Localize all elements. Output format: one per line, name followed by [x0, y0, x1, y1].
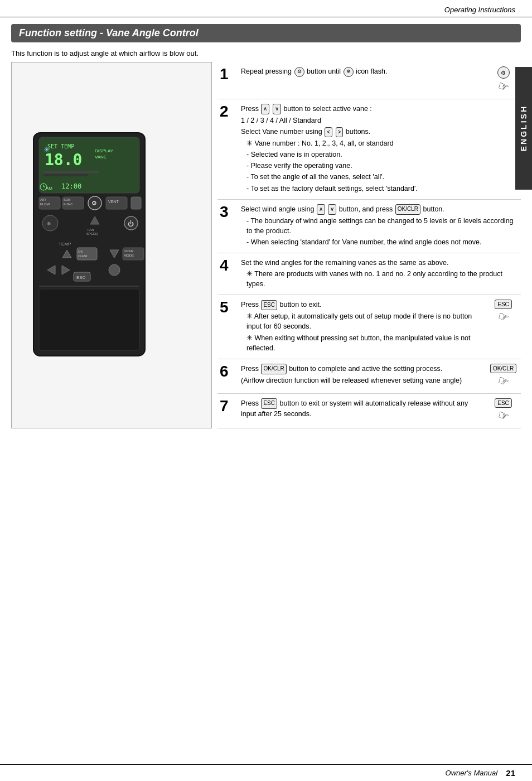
svg-text:SUB: SUB [64, 198, 70, 201]
step-content-1: Repeat pressing ⚙ button until ❄ icon fl… [241, 66, 485, 78]
step-content-3: Select wind angle using ∧ ∨ button, and … [241, 204, 519, 248]
vane-icon: ❄ [344, 67, 354, 77]
esc-icon-7: ESC [261, 398, 277, 409]
step-3: 3 Select wind angle using ∧ ∨ button, an… [217, 200, 521, 253]
svg-text:CLEAR: CLEAR [78, 254, 88, 258]
english-label: ENGLISH [519, 105, 528, 151]
step-content-5: Press ESC button to exit. ✳ After setup,… [241, 300, 485, 354]
step-6: 6 Press OK/CLR button to complete and ac… [217, 359, 521, 394]
svg-text:MODE: MODE [124, 254, 134, 257]
svg-point-43 [109, 264, 120, 276]
svg-text:12:00: 12:00 [61, 182, 81, 190]
svg-text:FLOW: FLOW [40, 203, 50, 206]
svg-text:OK: OK [78, 250, 83, 253]
svg-text:SET TEMP: SET TEMP [47, 143, 74, 150]
english-sidebar: ENGLISH [515, 67, 532, 190]
header: Operating Instructions [0, 0, 532, 17]
svg-text:FUNC: FUNC [64, 203, 73, 206]
step-content-6: Press OK/CLR button to complete and acti… [241, 364, 485, 387]
svg-rect-47 [39, 289, 139, 350]
step-1: 1 Repeat pressing ⚙ button until ❄ icon … [217, 62, 521, 99]
step-number-6: 6 [220, 364, 238, 379]
remote-illustration: SET TEMP 18.0 DISPLAY VANE ✳ 12:00 AM [28, 127, 195, 363]
svg-text:TEMP: TEMP [59, 242, 71, 247]
step-number-5: 5 [220, 300, 238, 315]
func-button-icon: ⚙ [294, 67, 304, 77]
esc-icon-5: ESC [261, 300, 277, 311]
up-arrow-icon: ∧ [261, 104, 269, 114]
footer-right: Owner's Manual 21 [446, 768, 515, 778]
svg-text:SPEED: SPEED [86, 232, 98, 235]
down-arrow-icon: ∨ [273, 104, 281, 114]
esc-icon-large-7: ESC [495, 398, 512, 408]
step-1-icon: ⚙ ☞ [488, 66, 519, 94]
step-number-3: 3 [220, 204, 238, 220]
svg-text:DISPLAY: DISPLAY [95, 148, 114, 153]
step-number-1: 1 [220, 66, 238, 82]
svg-text:18.0: 18.0 [45, 151, 82, 169]
step-content-4: Set the wind angles for the remaining va… [241, 258, 519, 290]
svg-text:VENT: VENT [108, 200, 119, 204]
ok-icon-large-6: OK/CLR [490, 364, 516, 373]
step-number-2: 2 [220, 104, 238, 119]
svg-rect-7 [43, 171, 99, 173]
step-content-7: Press ESC button to exit or system will … [241, 398, 485, 420]
svg-text:⏻: ⏻ [128, 220, 134, 227]
ok-clear-icon-3: OK/CLR [395, 204, 420, 215]
svg-text:AIR: AIR [40, 198, 46, 201]
footer-page: 21 [506, 768, 515, 778]
svg-text:✳: ✳ [43, 145, 50, 154]
title-bar: Function setting - Vane Angle Control [11, 24, 521, 42]
step-5-icon: ESC ☞ [488, 300, 519, 325]
step-content-2: Press ∧ ∨ button to select active vane :… [241, 104, 519, 195]
step-7: 7 Press ESC button to exit or system wil… [217, 394, 521, 428]
subtitle: This function is to adjust angle at whic… [0, 47, 532, 62]
svg-text:⚙: ⚙ [91, 200, 97, 206]
ok-clear-icon-6: OK/CLR [261, 364, 286, 374]
footer: Owner's Manual 21 [0, 764, 532, 781]
up-icon-3: ∧ [317, 204, 325, 215]
step-4: 4 Set the wind angles for the remaining … [217, 253, 521, 295]
footer-label: Owner's Manual [446, 769, 498, 777]
hand-icon-7: ☞ [496, 407, 511, 425]
svg-text:❄: ❄ [47, 221, 51, 226]
step-number-4: 4 [220, 258, 238, 273]
esc-icon-large-5: ESC [495, 300, 512, 309]
instructions-panel: 1 Repeat pressing ⚙ button until ❄ icon … [217, 62, 521, 428]
down-icon-3: ∨ [328, 204, 336, 215]
step-7-icon: ESC ☞ [488, 398, 519, 423]
step-2: 2 Press ∧ ∨ button to select active vane… [217, 99, 521, 200]
svg-rect-8 [43, 174, 88, 176]
right-arrow-icon: > [336, 127, 344, 138]
hand-icon-6: ☞ [496, 373, 511, 390]
page: Operating Instructions Function setting … [0, 0, 532, 781]
main-content: SET TEMP 18.0 DISPLAY VANE ✳ 12:00 AM [0, 62, 532, 428]
left-arrow-icon: < [325, 127, 332, 138]
func-icon-large: ⚙ [497, 66, 510, 79]
page-title: Function setting - Vane Angle Control [19, 27, 513, 39]
svg-text:OPER: OPER [124, 249, 134, 253]
hand-icon-1: ☞ [496, 78, 511, 95]
svg-text:FAN: FAN [88, 228, 94, 232]
svg-text:VANE: VANE [95, 155, 107, 160]
step-6-icon: OK/CLR ☞ [488, 364, 519, 389]
header-text: Operating Instructions [444, 6, 515, 14]
svg-rect-24 [131, 197, 141, 209]
step-number-7: 7 [220, 398, 238, 414]
remote-panel: SET TEMP 18.0 DISPLAY VANE ✳ 12:00 AM [11, 62, 212, 428]
svg-text:ESC: ESC [76, 275, 86, 280]
hand-icon-5: ☞ [496, 309, 511, 326]
step-5: 5 Press ESC button to exit. ✳ After setu… [217, 295, 521, 359]
